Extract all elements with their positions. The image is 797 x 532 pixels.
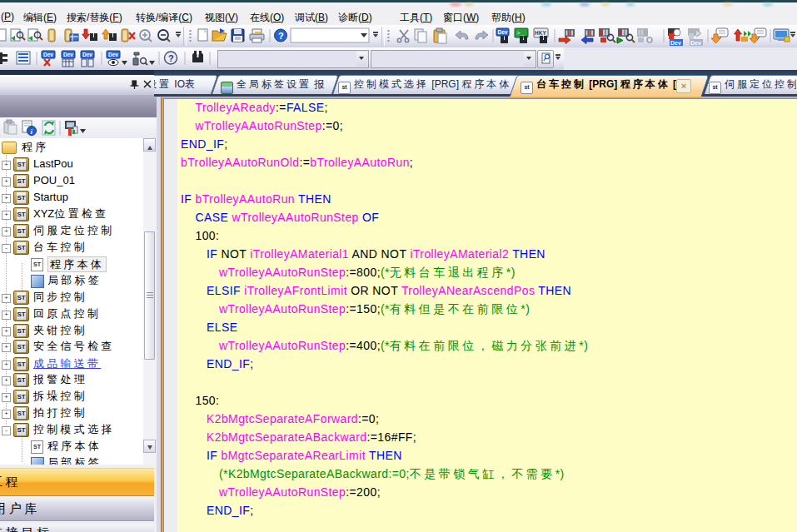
- svg-text:Dev: Dev: [63, 52, 73, 57]
- svg-text:HKY: HKY: [535, 30, 546, 36]
- svg-text:?: ?: [278, 31, 284, 41]
- svg-text:>_: >_: [516, 29, 525, 37]
- svg-text:Dev: Dev: [690, 40, 701, 46]
- svg-text:Dev: Dev: [82, 52, 92, 57]
- svg-text:Dev: Dev: [43, 52, 53, 57]
- svg-text:Dev: Dev: [670, 40, 681, 46]
- svg-text:Dev: Dev: [108, 52, 118, 57]
- svg-text:?: ?: [168, 53, 174, 63]
